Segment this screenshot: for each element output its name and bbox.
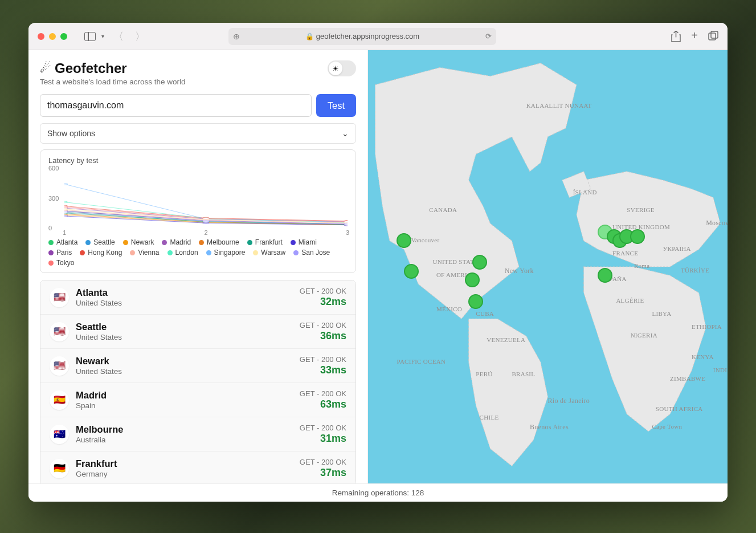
legend-dot-icon bbox=[247, 240, 252, 245]
svg-point-45 bbox=[203, 218, 210, 219]
reader-icon[interactable]: ⊕ bbox=[233, 32, 240, 41]
map-marker[interactable] bbox=[397, 233, 411, 248]
result-country: Australia bbox=[76, 436, 300, 444]
forward-button[interactable]: 〉 bbox=[133, 30, 148, 43]
flag-icon: 🇺🇸 bbox=[50, 322, 69, 341]
new-tab-icon[interactable]: + bbox=[691, 31, 698, 42]
result-row[interactable]: 🇺🇸NewarkUnited StatesGET - 200 OK33ms bbox=[40, 349, 355, 383]
reload-icon[interactable]: ⟳ bbox=[485, 32, 492, 40]
result-latency: 31ms bbox=[300, 433, 346, 445]
map-label: KENYA bbox=[692, 353, 714, 360]
map-label: MÉXICO bbox=[436, 306, 462, 312]
map-label: LIBYA bbox=[652, 310, 671, 317]
legend-item[interactable]: Hong Kong bbox=[80, 249, 122, 257]
flag-icon: 🇩🇪 bbox=[50, 459, 69, 478]
x-tick-label: 2 bbox=[204, 229, 207, 236]
svg-point-44 bbox=[64, 206, 68, 208]
result-city: Newark bbox=[76, 356, 300, 367]
svg-point-20 bbox=[64, 215, 68, 217]
share-icon[interactable] bbox=[671, 31, 681, 42]
legend-item[interactable]: Singapore bbox=[206, 249, 246, 257]
result-city: Seattle bbox=[76, 322, 300, 332]
map-marker[interactable] bbox=[598, 268, 612, 283]
y-tick-label: 0 bbox=[48, 225, 52, 231]
legend-item[interactable]: Paris bbox=[48, 249, 72, 257]
flag-icon: 🇺🇸 bbox=[50, 288, 69, 307]
map-marker[interactable] bbox=[404, 264, 419, 279]
result-row[interactable]: 🇦🇺MelbourneAustraliaGET - 200 OK31ms bbox=[40, 417, 355, 451]
svg-rect-0 bbox=[709, 33, 716, 40]
legend-label: Newark bbox=[131, 238, 154, 246]
address-bar[interactable]: ⊕ 🔒 geofetcher.appsinprogress.com ⟳ bbox=[228, 28, 496, 45]
result-status: GET - 200 OK bbox=[300, 355, 346, 364]
legend-item[interactable]: London bbox=[167, 249, 198, 257]
test-button[interactable]: Test bbox=[316, 94, 356, 117]
result-row[interactable]: 🇪🇸MadridSpainGET - 200 OK63ms bbox=[40, 383, 355, 417]
tabs-icon[interactable] bbox=[708, 31, 718, 42]
result-city: Frankfurt bbox=[76, 458, 300, 469]
legend-label: Warsaw bbox=[261, 249, 285, 257]
back-button[interactable]: 〈 bbox=[111, 30, 126, 43]
map-label: PACIFIC OCEAN bbox=[397, 358, 446, 365]
legend-item[interactable]: Tokyo bbox=[48, 259, 74, 267]
browser-window: ▾ 〈 〉 ⊕ 🔒 geofetcher.appsinprogress.com … bbox=[28, 23, 728, 502]
legend-item[interactable]: Miami bbox=[291, 238, 317, 246]
flag-icon: 🇦🇺 bbox=[50, 425, 69, 444]
map-marker[interactable] bbox=[468, 294, 483, 309]
result-country: Spain bbox=[76, 401, 300, 410]
world-map[interactable]: KALAALLIT NUNAATÍSLANDSVERIGEUNITED KING… bbox=[368, 50, 728, 483]
result-status: GET - 200 OK bbox=[300, 424, 346, 432]
result-row[interactable]: 🇺🇸AtlantaUnited StatesGET - 200 OK32ms bbox=[40, 280, 355, 315]
result-row[interactable]: 🇩🇪FrankfurtGermanyGET - 200 OK37ms bbox=[40, 451, 355, 483]
content: ☄ Geofetcher Test a website's load time … bbox=[28, 50, 728, 483]
result-country: Germany bbox=[76, 470, 300, 478]
legend-dot-icon bbox=[48, 240, 54, 245]
map-marker[interactable] bbox=[472, 255, 487, 270]
map-label: INDIAN bbox=[713, 367, 728, 373]
legend-item[interactable]: San Jose bbox=[293, 249, 330, 257]
legend-item[interactable]: Melbourne bbox=[199, 238, 239, 246]
map-marker[interactable] bbox=[465, 272, 480, 287]
legend-item[interactable]: Warsaw bbox=[253, 249, 285, 257]
svg-point-32 bbox=[64, 201, 68, 203]
theme-toggle[interactable]: ☀ bbox=[328, 60, 356, 76]
minimize-window-icon[interactable] bbox=[49, 33, 56, 40]
y-tick-label: 600 bbox=[48, 165, 59, 172]
map-label: Roma bbox=[634, 262, 649, 269]
legend-label: Hong Kong bbox=[88, 249, 122, 257]
map-marker[interactable] bbox=[630, 229, 645, 244]
result-latency: 32ms bbox=[300, 296, 346, 308]
map-label: Buenos Aires bbox=[530, 423, 569, 432]
legend-item[interactable]: Newark bbox=[123, 238, 154, 246]
show-options-toggle[interactable]: Show options ⌄ bbox=[40, 123, 356, 144]
legend-item[interactable]: Atlanta bbox=[48, 238, 77, 246]
close-window-icon[interactable] bbox=[38, 33, 44, 40]
legend-dot-icon bbox=[253, 250, 258, 255]
remaining-operations: Remaining operations: 128 bbox=[332, 489, 424, 497]
title-bar: ▾ 〈 〉 ⊕ 🔒 geofetcher.appsinprogress.com … bbox=[28, 23, 728, 50]
legend-dot-icon bbox=[130, 250, 135, 255]
map-label: FRANCE bbox=[612, 250, 638, 257]
url-input[interactable] bbox=[40, 94, 312, 117]
map-label: Rio de Janeiro bbox=[548, 397, 590, 405]
map-label: ZIMBABWE bbox=[670, 375, 705, 382]
sidebar-toggle-icon[interactable] bbox=[84, 32, 96, 41]
legend-label: Tokyo bbox=[56, 259, 74, 267]
legend-item[interactable]: Vienna bbox=[130, 249, 159, 257]
result-row[interactable]: 🇺🇸SeattleUnited StatesGET - 200 OK36ms bbox=[40, 315, 355, 349]
map-label: UNITED KINGDOM bbox=[612, 223, 670, 230]
legend-item[interactable]: Madrid bbox=[162, 238, 191, 246]
map-label: CHILE bbox=[480, 414, 499, 421]
chevron-down-icon[interactable]: ▾ bbox=[101, 33, 104, 39]
x-tick-label: 3 bbox=[346, 229, 349, 236]
left-panel: ☄ Geofetcher Test a website's load time … bbox=[28, 50, 368, 483]
maximize-window-icon[interactable] bbox=[60, 33, 67, 40]
map-label: ETHIOPIA bbox=[692, 323, 722, 330]
traffic-lights bbox=[38, 33, 67, 40]
legend-label: London bbox=[175, 249, 198, 257]
legend-item[interactable]: Seattle bbox=[85, 238, 115, 246]
legend-label: Madrid bbox=[170, 238, 191, 246]
flag-icon: 🇪🇸 bbox=[50, 390, 69, 410]
legend-item[interactable]: Frankfurt bbox=[247, 238, 283, 246]
map-label: VENEZUELA bbox=[487, 336, 525, 343]
